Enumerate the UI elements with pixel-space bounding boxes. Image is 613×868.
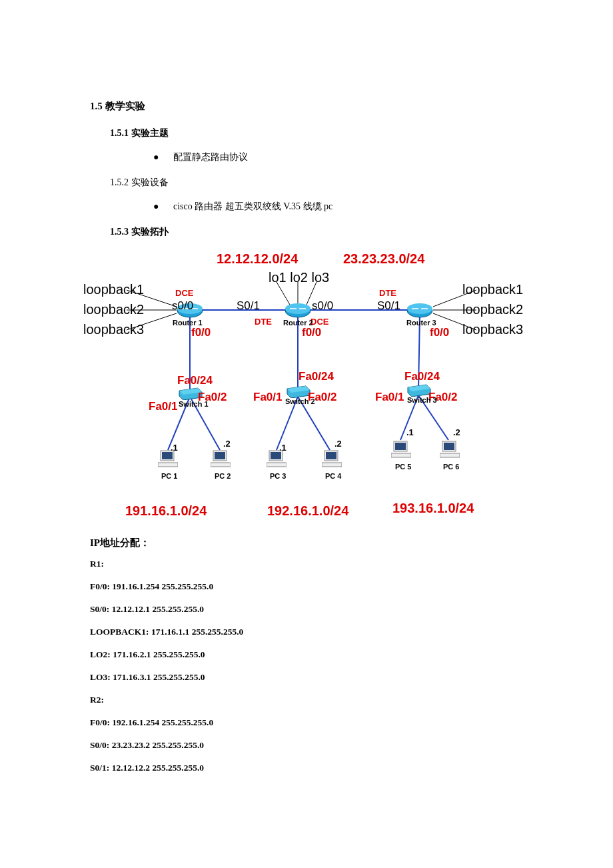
svg-point-29: [407, 303, 432, 314]
r2-f00: f0/0: [302, 326, 321, 339]
svg-rect-39: [271, 452, 281, 459]
svg-rect-48: [444, 443, 454, 450]
pc4-name: PC 4: [325, 472, 341, 480]
pc6-ip: .2: [453, 427, 460, 437]
r1-f00-ip: F0/0: 191.16.1.254 255.255.255.0: [90, 581, 523, 592]
section-153: 1.5.3 实验拓扑: [110, 226, 523, 238]
pc5-name: PC 5: [395, 463, 411, 471]
svg-rect-37: [211, 463, 231, 467]
section-152: 1.5.2 实验设备: [110, 177, 523, 189]
router-icon: [406, 303, 433, 318]
r2-s01: S0/1: [237, 299, 260, 313]
ip-title: IP地址分配：: [90, 537, 523, 549]
svg-point-25: [285, 303, 310, 314]
pc4-ip: .2: [334, 439, 342, 449]
heading-main: 1.5 教学实验: [90, 100, 523, 113]
r1-s00: s0/0: [172, 299, 193, 313]
router-icon: [285, 303, 311, 318]
r2-label: R2:: [90, 695, 523, 705]
r1-lo3-ip: LO3: 171.16.3.1 255.255.255.0: [90, 672, 523, 683]
pc5-ip: .1: [406, 427, 414, 437]
r1-s00-ip: S0/0: 12.12.12.1 255.255.255.0: [90, 604, 523, 615]
svg-rect-43: [322, 463, 342, 467]
sw2-fa01: Fa0/1: [253, 391, 282, 404]
lb2-right: loopback2: [462, 302, 523, 317]
pc1-name: PC 1: [161, 472, 177, 480]
svg-rect-46: [391, 453, 411, 457]
svg-rect-34: [158, 463, 178, 467]
dce1: DCE: [175, 288, 193, 298]
svg-rect-36: [215, 452, 225, 459]
lb1-right: loopback1: [462, 282, 523, 297]
r2-f00-ip: F0/0: 192.16.1.254 255.255.255.0: [90, 717, 523, 728]
pc3-name: PC 3: [270, 472, 286, 480]
lb1-left: loopback1: [83, 282, 144, 297]
lb3-left: loopback3: [83, 322, 144, 337]
pc-icon: [158, 449, 178, 469]
lb2-left: loopback2: [83, 302, 144, 317]
switch2-name: Switch 2: [285, 397, 315, 405]
svg-rect-49: [440, 453, 460, 457]
pc6-name: PC 6: [443, 463, 459, 471]
switch1-name: Switch 1: [179, 400, 209, 408]
dte1: DTE: [255, 317, 272, 327]
r2-s00-ip: S0/0: 23.23.23.2 255.255.255.0: [90, 740, 523, 751]
sw1-fa01: Fa0/1: [149, 400, 177, 413]
dte2: DTE: [379, 288, 396, 298]
lb3-right: loopback3: [462, 322, 523, 337]
wan2-label: 23.23.23.0/24: [343, 251, 424, 267]
bullet-151: ●配置静态路由协议: [153, 151, 523, 163]
dce2: DCE: [310, 317, 328, 327]
pc-icon: [211, 449, 231, 469]
r1-label: R1:: [90, 559, 523, 569]
r3-f00: f0/0: [430, 326, 449, 339]
r2-s01-ip: S0/1: 12.12.12.2 255.255.255.0: [90, 763, 523, 773]
r3-s01: S0/1: [377, 299, 400, 313]
section-151: 1.5.1 实验主题: [110, 127, 523, 139]
pc2-ip: .2: [223, 439, 231, 449]
pc-icon: [267, 449, 287, 469]
switch3-name: Switch 3: [407, 396, 437, 404]
bullet-152: ●cisco 路由器 超五类双绞线 V.35 线缆 pc: [153, 201, 523, 213]
svg-rect-45: [395, 443, 406, 450]
sw3-fa01: Fa0/1: [375, 391, 404, 404]
svg-line-14: [277, 282, 290, 305]
pc-icon: [391, 440, 411, 460]
lan3-label: 193.16.1.0/24: [392, 501, 474, 516]
lan2-label: 192.16.1.0/24: [267, 503, 348, 519]
sw2-fa024: Fa0/24: [299, 370, 334, 383]
svg-rect-40: [267, 463, 287, 467]
svg-rect-33: [162, 452, 173, 459]
pc-icon: [440, 440, 460, 460]
pc2-name: PC 2: [215, 472, 231, 480]
wan1-label: 12.12.12.0/24: [217, 251, 298, 267]
svg-rect-42: [326, 452, 336, 459]
r1-lo2-ip: LO2: 171.16.2.1 255.255.255.0: [90, 649, 523, 660]
topology-diagram: 12.12.12.0/24 23.23.23.0/24 lo1 lo2 lo3 …: [90, 250, 523, 523]
r1-lo1-ip: LOOPBACK1: 171.16.1.1 255.255.255.0: [90, 627, 523, 637]
lo-top-label: lo1 lo2 lo3: [269, 270, 329, 285]
r1-f00: f0/0: [191, 326, 211, 339]
sw1-fa024: Fa0/24: [177, 374, 213, 387]
lan1-label: 191.16.1.0/24: [125, 503, 207, 519]
sw3-fa024: Fa0/24: [404, 370, 440, 383]
pc-icon: [322, 449, 342, 469]
r2-s00: s0/0: [312, 299, 333, 313]
